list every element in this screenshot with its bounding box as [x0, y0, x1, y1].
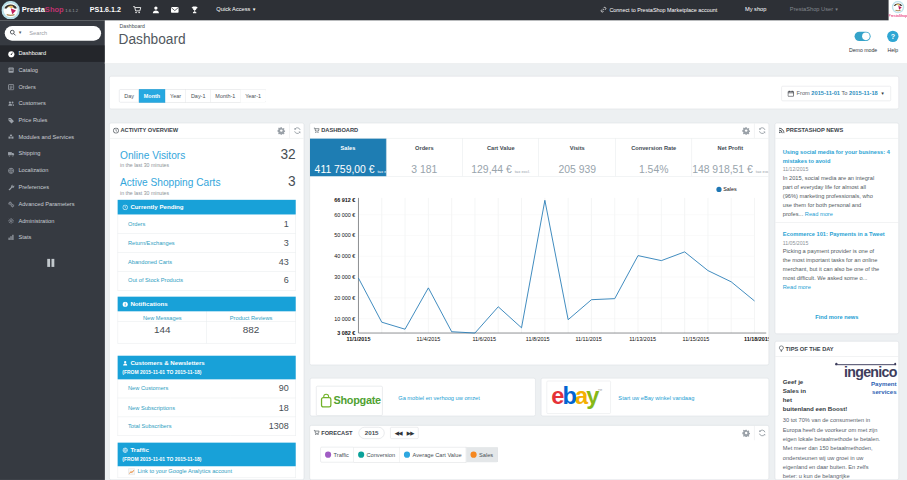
svg-text:50 000 €: 50 000 €	[334, 232, 355, 238]
svg-text:30 000 €: 30 000 €	[334, 274, 355, 280]
svg-text:11/8/2015: 11/8/2015	[526, 336, 550, 342]
svg-text:40 000 €: 40 000 €	[334, 253, 355, 259]
svg-text:11/4/2015: 11/4/2015	[417, 336, 441, 342]
svg-text:66 912 €: 66 912 €	[334, 197, 355, 203]
svg-text:60 000 €: 60 000 €	[334, 212, 355, 218]
svg-text:11/11/2015: 11/11/2015	[575, 336, 601, 342]
svg-text:11/13/2015: 11/13/2015	[629, 336, 656, 342]
svg-text:11/15/2015: 11/15/2015	[683, 336, 710, 342]
svg-text:3 082 €: 3 082 €	[337, 330, 355, 336]
svg-text:10 000 €: 10 000 €	[334, 316, 355, 322]
svg-text:11/1/2015: 11/1/2015	[347, 336, 371, 342]
svg-text:Sales: Sales	[723, 186, 737, 192]
svg-text:11/6/2015: 11/6/2015	[472, 336, 496, 342]
svg-text:11/18/2015: 11/18/2015	[744, 336, 769, 342]
svg-text:20 000 €: 20 000 €	[334, 295, 355, 301]
